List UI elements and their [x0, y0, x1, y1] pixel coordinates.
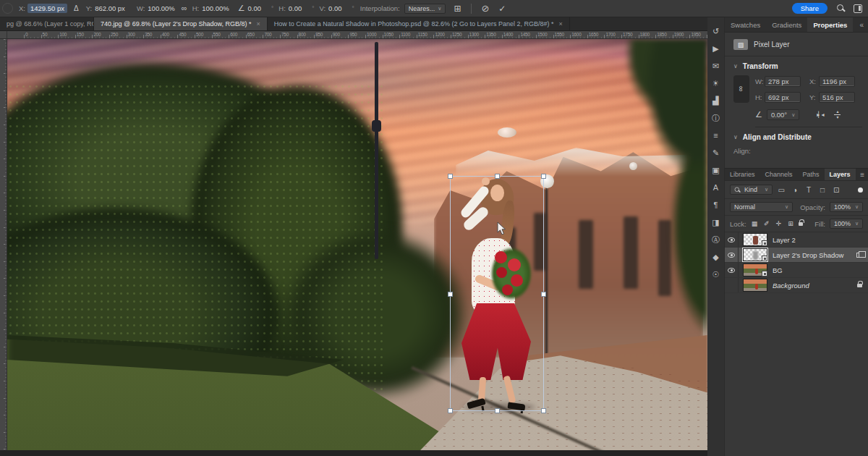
tab-swatches[interactable]: Swatches: [725, 17, 766, 32]
x-value-field[interactable]: 1429.50 px: [27, 4, 67, 13]
x-field[interactable]: 1196 px: [819, 76, 855, 87]
search-icon[interactable]: [836, 4, 846, 13]
layer-thumbnail[interactable]: [743, 263, 767, 276]
3d-panel-icon[interactable]: ◆: [710, 252, 723, 263]
filter-shape-icon[interactable]: □: [817, 186, 827, 194]
filter-type-icon[interactable]: T: [804, 186, 814, 194]
fill-select[interactable]: 100% ∨: [830, 219, 863, 229]
transform-handle-top-left[interactable]: [448, 174, 453, 179]
opacity-select[interactable]: 100% ∨: [830, 202, 863, 212]
lock-position-icon[interactable]: ✛: [775, 220, 783, 227]
visibility-toggle[interactable]: [725, 248, 739, 262]
smart-filter-badge-icon[interactable]: [856, 253, 862, 258]
transform-handle-middle-left[interactable]: [448, 292, 453, 297]
commit-transform-icon[interactable]: ✓: [498, 4, 506, 13]
y-field[interactable]: 516 px: [819, 92, 855, 103]
interpolation-select[interactable]: Neares... ∨: [404, 4, 446, 14]
document-tab[interactable]: How to Create a Natural Shadow in Photos…: [268, 17, 570, 30]
layer-thumbnail[interactable]: [743, 248, 767, 261]
tab-paths[interactable]: Paths: [798, 169, 825, 180]
share-button[interactable]: Share: [792, 3, 827, 14]
filter-adjustment-icon[interactable]: ◑: [790, 186, 800, 194]
layer-row-bg[interactable]: BG: [725, 263, 868, 278]
w-value-field[interactable]: 100.00%: [148, 4, 175, 12]
close-tab-icon[interactable]: ×: [559, 20, 563, 28]
tab-properties[interactable]: Properties: [807, 17, 853, 32]
document-tab[interactable]: pg @ 68.6% (Layer 1 copy, RGB/8) * ×: [0, 17, 94, 30]
flip-vertical-icon[interactable]: ▴ ▾: [834, 110, 841, 119]
glyphs-panel-icon[interactable]: ◨: [710, 217, 723, 228]
panel-menu-icon[interactable]: ≡: [860, 169, 864, 180]
character-styles-panel-icon[interactable]: Ⓐ: [710, 235, 723, 245]
filter-smart-object-icon[interactable]: ⊡: [831, 186, 841, 194]
tool-preset-icon[interactable]: [2, 3, 13, 14]
workspace-switcher-icon[interactable]: [854, 4, 862, 13]
flip-horizontal-icon[interactable]: ▸▏◂: [817, 111, 822, 118]
transform-handle-middle-right[interactable]: [541, 292, 546, 297]
lock-transparency-icon[interactable]: ▦: [751, 220, 759, 227]
tab-libraries[interactable]: Libraries: [725, 169, 760, 180]
angle-value-field[interactable]: 0.00: [248, 4, 262, 12]
visibility-toggle[interactable]: [725, 232, 739, 247]
styles-panel-icon[interactable]: ✎: [710, 148, 723, 159]
constrain-ratio-button[interactable]: ∞: [733, 75, 749, 103]
character-panel-icon[interactable]: A: [710, 182, 723, 193]
vertical-ruler[interactable]: [0, 39, 7, 450]
clone-source-panel-icon[interactable]: ▣: [710, 165, 723, 176]
lock-artboard-icon[interactable]: ⊞: [787, 220, 795, 227]
color-panel-icon[interactable]: ☉: [710, 269, 723, 280]
transform-handle-top-center[interactable]: [495, 174, 500, 179]
histogram-panel-icon[interactable]: ▟: [710, 96, 723, 106]
height-field[interactable]: 692 px: [765, 92, 801, 103]
comments-panel-icon[interactable]: ✉: [710, 61, 723, 72]
warp-mode-icon[interactable]: ⊞: [454, 4, 461, 13]
layer-row-drop-shadow[interactable]: Layer 2's Drop Shadow: [725, 248, 868, 263]
lock-pixels-icon[interactable]: ✐: [762, 220, 770, 227]
tab-channels[interactable]: Channels: [760, 169, 798, 180]
ruler-tick: [24, 35, 25, 38]
link-dimensions-icon[interactable]: ∞: [182, 4, 187, 12]
info-panel-icon[interactable]: ⓘ: [710, 113, 723, 124]
paragraph-panel-icon[interactable]: ¶: [710, 200, 723, 211]
rotation-angle-select[interactable]: 0.00° ∨: [767, 109, 799, 120]
filter-toggle-icon[interactable]: [858, 187, 863, 193]
transform-section-header[interactable]: ∨ Transform: [725, 56, 868, 73]
adjustments-panel-icon[interactable]: ☀: [710, 78, 723, 89]
transform-bounding-box[interactable]: [450, 176, 544, 411]
transform-handle-top-right[interactable]: [541, 174, 546, 179]
y-value-field[interactable]: 862.00 px: [95, 4, 125, 12]
chevron-down-icon: ∨: [851, 204, 859, 210]
align-distribute-header[interactable]: ∨ Align and Distribute: [725, 127, 868, 144]
visibility-toggle[interactable]: [725, 278, 739, 292]
document-tab-active[interactable]: 740.jpg @ 69.8% (Layer 2's Drop Shadow, …: [94, 17, 268, 30]
actions-panel-icon[interactable]: ▶: [710, 43, 723, 54]
tool-presets-panel-icon[interactable]: ≡: [710, 130, 723, 141]
h-skew-field[interactable]: 0.00: [289, 4, 302, 12]
transform-handle-bottom-center[interactable]: [495, 408, 500, 413]
canvas[interactable]: [7, 39, 707, 450]
history-panel-icon[interactable]: ↺: [710, 26, 723, 37]
cancel-transform-icon[interactable]: ⊘: [481, 4, 489, 13]
tab-layers[interactable]: Layers: [825, 169, 856, 180]
layer-row-layer2[interactable]: Layer 2: [725, 232, 868, 248]
horizontal-ruler[interactable]: 0501001502002503003504004505005506006507…: [7, 31, 707, 39]
v-skew-field[interactable]: 0.00: [328, 4, 342, 12]
degree-mark: °: [352, 5, 354, 12]
lock-all-icon[interactable]: [799, 222, 803, 226]
layer-row-background[interactable]: Background: [725, 278, 868, 293]
layer-thumbnail[interactable]: [743, 279, 767, 292]
close-tab-icon[interactable]: ×: [256, 20, 260, 28]
collapse-panels-icon[interactable]: «: [859, 21, 864, 29]
transform-handle-bottom-left[interactable]: [448, 408, 453, 413]
width-field[interactable]: 278 px: [765, 76, 801, 87]
h-value-field[interactable]: 100.00%: [202, 4, 229, 12]
visibility-toggle[interactable]: [725, 263, 739, 277]
transform-handle-bottom-right[interactable]: [541, 408, 546, 413]
tab-gradients[interactable]: Gradients: [766, 17, 807, 32]
ruler-tick: [519, 35, 519, 38]
layer-thumbnail[interactable]: [743, 233, 767, 246]
relative-position-icon[interactable]: Δ: [74, 5, 79, 12]
kind-filter-select[interactable]: Kind ∨: [730, 185, 773, 195]
blend-mode-select[interactable]: Normal ∨: [730, 202, 793, 212]
filter-pixel-icon[interactable]: ▭: [776, 186, 786, 194]
